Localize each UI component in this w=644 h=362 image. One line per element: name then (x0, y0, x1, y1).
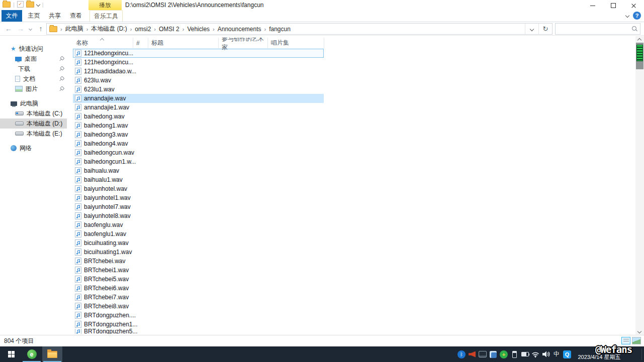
breadcrumb-item[interactable]: OMSI 2 (159, 26, 179, 33)
file-name: 121huadidadao.w... (84, 68, 136, 75)
file-row[interactable]: BRTdongpuzhen5... (73, 329, 324, 334)
column-header[interactable]: 唱片集 (268, 38, 324, 48)
customize-toolbar-icon[interactable] (36, 2, 40, 6)
file-row[interactable]: 121hedongxincu... (73, 49, 324, 58)
file-row[interactable]: baihualu1.wav (73, 175, 324, 184)
audio-file-icon (75, 321, 81, 328)
sidebar-item[interactable]: 本地磁盘 (E:) (0, 129, 67, 139)
file-row[interactable]: BRTchebei1.wav (73, 266, 324, 275)
file-row[interactable]: baofenglu.wav (73, 220, 324, 229)
breadcrumb-item[interactable]: Announcements (218, 26, 261, 33)
search-input[interactable] (558, 24, 629, 34)
sidebar-item[interactable]: 下载 (0, 64, 67, 74)
details-view-button[interactable] (621, 337, 630, 344)
ribbon-collapse-icon[interactable] (625, 14, 629, 18)
breadcrumb-item[interactable]: 本地磁盘 (D:) (91, 25, 127, 33)
vertical-scrollbar[interactable] (635, 36, 644, 335)
tab-share[interactable]: 共享 (44, 10, 65, 22)
audio-horn-icon[interactable] (468, 350, 476, 358)
tab-view[interactable]: 查看 (65, 10, 86, 22)
address-dropdown-button[interactable] (525, 24, 538, 34)
close-icon (631, 3, 636, 9)
minimize-button[interactable] (582, 0, 603, 11)
taskbar-browser-button[interactable]: e (22, 346, 42, 362)
sidebar-section-network[interactable]: 网络 (0, 143, 67, 153)
sidebar-item[interactable]: 文档 (0, 74, 67, 84)
file-row[interactable]: baihedong1.wav (73, 121, 324, 130)
file-row[interactable]: baihedongcun.wav (73, 148, 324, 157)
show-desktop-divider[interactable] (641, 348, 642, 360)
scroll-down-icon[interactable] (637, 329, 641, 333)
tab-music-tools[interactable]: 音乐工具 (89, 10, 123, 22)
forward-button[interactable]: → (15, 22, 26, 35)
properties-check-icon[interactable]: ✓ (17, 1, 24, 8)
file-row[interactable]: baihualu.wav (73, 166, 324, 175)
new-folder-icon[interactable] (26, 2, 34, 8)
ime-icon[interactable]: 中 (553, 350, 561, 358)
blue-app-icon[interactable] (489, 350, 497, 358)
file-row[interactable]: 121hedongxincu... (73, 58, 324, 67)
file-row[interactable]: baiyunhotel.wav (73, 184, 324, 193)
contextual-tab-play[interactable]: 播放 (88, 0, 122, 10)
file-row[interactable]: 623lu1.wav (73, 85, 324, 94)
sidebar-item[interactable]: 本地磁盘 (D:) (0, 118, 67, 129)
close-button[interactable] (623, 0, 644, 11)
scroll-up-icon[interactable] (637, 38, 641, 42)
back-button[interactable]: ← (3, 22, 14, 35)
file-row[interactable]: 623lu.wav (73, 76, 324, 85)
column-header[interactable]: 名称 (73, 38, 133, 48)
file-row[interactable]: baofenglu1.wav (73, 229, 324, 238)
file-row[interactable]: baihedong.wav (73, 112, 324, 121)
battery-icon[interactable] (521, 350, 529, 358)
file-name: baihedong4.wav (84, 140, 128, 147)
volume-icon[interactable] (542, 350, 550, 358)
file-row[interactable]: BRTchebei6.wav (73, 284, 324, 293)
sidebar-section-star[interactable]: 快速访问 (0, 44, 67, 54)
sidebar-item[interactable]: 桌面 (0, 54, 67, 64)
address-bar[interactable]: ›此电脑›本地磁盘 (D:)›omsi2›OMSI 2›Vehicles›Ann… (46, 23, 553, 35)
up-button[interactable]: ↑ (35, 22, 46, 35)
column-header[interactable]: 参与创作的艺术家 (219, 38, 268, 48)
file-row[interactable]: annandajie.wav (73, 94, 324, 103)
help-button[interactable]: ? (633, 12, 641, 20)
sidebar-section-computer[interactable]: 此电脑 (0, 98, 67, 108)
taskbar-explorer-button[interactable] (42, 346, 62, 362)
restore-button[interactable] (603, 0, 623, 11)
file-row[interactable]: bicuihuating1.wav (73, 248, 324, 257)
breadcrumb-item[interactable]: 此电脑 (65, 25, 83, 33)
wifi-icon[interactable] (531, 350, 539, 358)
antivirus-icon[interactable]: + (500, 350, 508, 358)
recent-locations-icon[interactable] (26, 22, 34, 35)
touchpad-icon[interactable] (479, 350, 487, 358)
file-row[interactable]: 121huadidadao.w... (73, 67, 324, 76)
file-row[interactable]: bicuihuating.wav (73, 238, 324, 248)
tab-file[interactable]: 文件 (2, 10, 22, 22)
breadcrumb-item[interactable]: fangcun (269, 26, 291, 33)
bluetooth-icon[interactable]: ᛒ (457, 350, 466, 358)
file-row[interactable]: baiyunhotel7.wav (73, 202, 324, 211)
breadcrumb-item[interactable]: omsi2 (135, 26, 151, 33)
file-row[interactable]: baiyunhotel1.wav (73, 193, 324, 202)
column-header[interactable]: # (133, 38, 148, 48)
file-row[interactable]: BRTchebei7.wav (73, 293, 324, 302)
file-row[interactable]: baihedong3.wav (73, 130, 324, 139)
sidebar-item[interactable]: 图片 (0, 84, 67, 94)
column-header[interactable]: 标题 (148, 38, 219, 48)
file-row[interactable]: BRTchebei.wav (73, 257, 324, 266)
file-row[interactable]: BRTdongpuzhen1... (73, 320, 324, 329)
sidebar-item[interactable]: 本地磁盘 (C:) (0, 108, 67, 118)
file-row[interactable]: annandajie1.wav (73, 103, 324, 112)
file-row[interactable]: BRTchebei8.wav (73, 302, 324, 311)
file-row[interactable]: BRTchebei5.wav (73, 275, 324, 284)
q-app-icon[interactable]: Q (563, 350, 571, 358)
file-row[interactable]: baihedong4.wav (73, 139, 324, 148)
start-button[interactable] (0, 346, 23, 362)
file-row[interactable]: baiyunhotel8.wav (73, 211, 324, 220)
refresh-button[interactable]: ↻ (538, 24, 552, 34)
tab-home[interactable]: 主页 (24, 10, 44, 22)
file-row[interactable]: baihedongcun1.w... (73, 157, 324, 166)
thumbnails-view-button[interactable] (632, 337, 641, 344)
breadcrumb-item[interactable]: Vehicles (187, 26, 210, 33)
usb-device-icon[interactable] (510, 350, 518, 358)
file-row[interactable]: BRTdongpuzhen.... (73, 311, 324, 320)
